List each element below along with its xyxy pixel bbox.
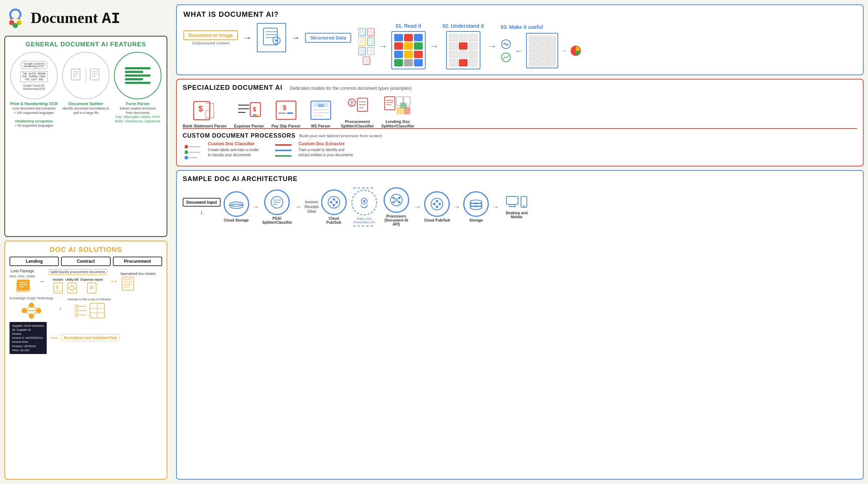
expense-parser: $ Expense Parser — [234, 100, 264, 128]
step1-label: 01. Read it — [396, 23, 421, 29]
s3g7 — [529, 51, 538, 58]
what-title: WHAT IS DOCUMENT AI? — [183, 10, 856, 19]
step-arrow-3: → — [487, 41, 497, 52]
tab-lending[interactable]: Lending — [9, 257, 59, 266]
specialized-section: SPECIALIZED DOCUMENT AI Dedicated models… — [176, 79, 864, 166]
svg-point-0 — [10, 9, 20, 20]
svg-rect-27 — [123, 279, 132, 280]
step3-export: → — [561, 47, 567, 54]
loan-package-col: Loan Package W2s, W4s, 1099s — [9, 269, 35, 294]
svg-line-143 — [434, 201, 437, 204]
step2-g3 — [469, 34, 477, 41]
payslip-parser-label: Pay Slip Parser — [271, 124, 301, 128]
parser-label: Form Parser — [126, 101, 150, 106]
human-table-icon — [89, 303, 105, 319]
arch-pubsub2: Cloud Pub/Sub — [424, 191, 450, 222]
s3g6 — [547, 43, 556, 51]
step2-g5 — [459, 42, 468, 50]
payslip-parser: $ Pay Slip Parser — [271, 100, 301, 128]
svg-point-117 — [328, 196, 340, 208]
w2-parser-label: W2 Parser — [311, 124, 331, 128]
tab-contract[interactable]: Contract — [61, 257, 110, 266]
step2-label: 02. Understand it — [442, 23, 484, 29]
svg-rect-91 — [385, 97, 395, 110]
solutions-box: DOC AI SOLUTIONS Lending Contract Procur… — [4, 241, 167, 480]
splitter-label: Document Splitter — [69, 101, 103, 106]
custom-classifier: Custom Doc Classifier Create labels and … — [183, 141, 259, 161]
s3g5 — [538, 43, 547, 51]
dlp-box — [351, 190, 377, 215]
mini-doc-7: 📄 — [363, 57, 370, 65]
svg-line-36 — [24, 311, 31, 316]
utility-col: Utility bill — [65, 278, 79, 294]
devices-label: Desktop and Mobile — [502, 211, 531, 219]
invoice-data-box: Supplier: ACM Industries ID: Supplier Id… — [9, 322, 47, 354]
dashed-top — [353, 188, 375, 188]
structured-data-box: Structured Data — [305, 33, 351, 43]
specialized-label: Specialized Doc Models — [121, 272, 156, 276]
payslip-parser-icon: $ — [273, 100, 299, 122]
bank-parser: $ Bank Statement Parser — [183, 100, 226, 128]
utility-icon — [67, 282, 77, 294]
step1-g3 — [414, 34, 423, 41]
svg-line-124 — [334, 202, 337, 205]
step2-grid — [446, 31, 480, 69]
what-arrow1: → — [243, 32, 252, 43]
arch-flow: Document Input ↓ Cloud Storage → — [183, 187, 857, 226]
step1-g2 — [404, 34, 413, 41]
step1-g4 — [394, 42, 403, 50]
step1-g6 — [414, 42, 423, 50]
arch-branches-col: Invoices Receipts Other — [305, 189, 347, 224]
custom-section: CUSTOM DOCUMENT PROCESSORS Build your ow… — [183, 128, 857, 161]
s3g3 — [547, 36, 556, 43]
logo-area: Document AI — [4, 4, 167, 32]
classifier-desc: Create labels and train a model to class… — [208, 147, 259, 158]
procurement-icon — [344, 95, 370, 117]
custom-title: CUSTOM DOCUMENT PROCESSORS — [183, 132, 296, 139]
tab-procurement[interactable]: Procurement — [113, 257, 162, 266]
classifier-text: Custom Doc Classifier Create labels and … — [208, 141, 259, 158]
arrow1: → — [39, 278, 45, 285]
arch-dashed-area: Data Loss Prevention API — [350, 188, 379, 226]
svg-rect-72 — [255, 114, 258, 116]
steps-row: 📄 📄 📄 📄 📄 📄 📄 → — [358, 23, 856, 69]
mini-doc-3: 📄 — [358, 38, 366, 46]
svg-point-127 — [363, 200, 365, 202]
arch-devices: Desktop and Mobile — [502, 195, 531, 219]
step-arrow-2: → — [429, 41, 439, 52]
step1-g10 — [394, 59, 403, 66]
unstructured-label: Unstructured content — [192, 41, 229, 45]
feature-splitter: Document Splitter Identify document boun… — [61, 52, 110, 128]
mini-doc-4: 📄 — [367, 38, 374, 46]
svg-text:$: $ — [253, 106, 256, 112]
svg-point-42 — [75, 309, 78, 312]
arch-pubsub: Cloud Pub/Sub — [321, 189, 347, 224]
custom-subtitle: Build your own tailored processor from s… — [299, 134, 382, 138]
lending-parser-label: Lending Doc Splitter/Classifier — [381, 119, 414, 128]
pdai-circle — [264, 189, 290, 215]
branch-receipts: Receipts — [305, 205, 319, 209]
dashed-arrow-2 — [50, 338, 58, 338]
svg-point-138 — [431, 198, 443, 210]
custom-title-row: CUSTOM DOCUMENT PROCESSORS Build your ow… — [183, 132, 857, 139]
svg-point-102 — [184, 150, 188, 154]
s3g4 — [529, 43, 538, 51]
arch-section: SAMPLE DOC AI ARCHITECTURE Document Inpu… — [176, 170, 864, 480]
step-arrow-1: → — [378, 41, 388, 52]
features-content: "Google Cloud AI'sHandwriting OCR" THE Q… — [9, 52, 162, 128]
pubsub2-circle — [424, 191, 450, 217]
mobile-icon — [520, 196, 528, 209]
kg-col: Knowledge Graph Technology — [9, 296, 53, 320]
svg-text:$: $ — [56, 285, 58, 290]
specialized-icon — [121, 276, 135, 291]
splitter-desc: Identify document boundaries to split in… — [61, 107, 110, 115]
split-classify-label: Split/Classify procurement documents — [49, 269, 107, 275]
dashed-arrow1 — [111, 281, 117, 282]
splitter-icons — [71, 68, 101, 83]
step2-section: 02. Understand it — [442, 23, 484, 69]
dlp-label: Data Loss Prevention API — [350, 217, 379, 224]
svg-rect-75 — [278, 112, 286, 114]
step3-label: 03. Make it useful — [500, 24, 582, 30]
step1-g8 — [404, 51, 413, 58]
features-box: GENERAL DOCUMENT AI FEATURES "Google Clo… — [4, 36, 167, 237]
